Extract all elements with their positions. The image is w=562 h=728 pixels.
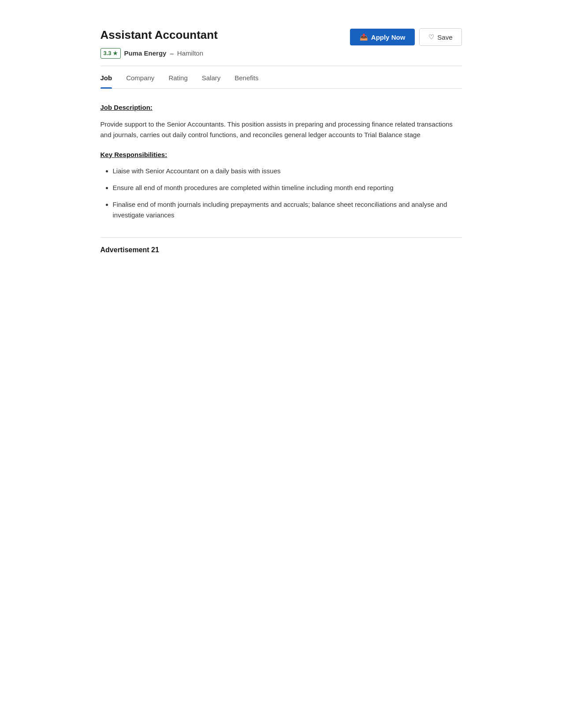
save-label: Save (437, 34, 452, 41)
responsibilities-list: Liaise with Senior Accountant on a daily… (100, 166, 462, 220)
company-line: 3.3 ★ Puma Energy – Hamilton (100, 48, 350, 59)
rating-value: 3.3 (104, 49, 112, 58)
tab-rating[interactable]: Rating (168, 73, 187, 89)
job-description-heading: Job Description: (100, 103, 462, 113)
apply-now-button[interactable]: 📤 Apply Now (350, 29, 415, 45)
header-section: Assistant Accountant 3.3 ★ Puma Energy –… (100, 26, 462, 59)
job-description-text: Provide support to the Senior Accountant… (100, 119, 462, 140)
advertisement-label: Advertisement 21 (100, 246, 159, 254)
list-item: Finalise end of month journals including… (113, 199, 462, 220)
job-title: Assistant Accountant (100, 26, 350, 44)
star-icon: ★ (113, 49, 118, 57)
save-button[interactable]: ♡ Save (419, 28, 462, 46)
tabs-section: Job Company Rating Salary Benefits (100, 66, 462, 89)
apply-label: Apply Now (371, 34, 406, 41)
tab-salary[interactable]: Salary (202, 73, 221, 89)
page-wrapper: Assistant Accountant 3.3 ★ Puma Energy –… (83, 0, 480, 273)
tab-job[interactable]: Job (100, 73, 112, 89)
key-responsibilities-heading: Key Responsibilities: (100, 150, 462, 160)
apply-icon: 📤 (360, 33, 368, 41)
location-separator: – (170, 49, 173, 59)
list-item: Liaise with Senior Accountant on a daily… (113, 166, 462, 176)
title-area: Assistant Accountant 3.3 ★ Puma Energy –… (100, 26, 350, 59)
heart-icon: ♡ (428, 33, 434, 41)
tab-company[interactable]: Company (126, 73, 154, 89)
content-section: Job Description: Provide support to the … (100, 99, 462, 234)
rating-badge: 3.3 ★ (100, 48, 121, 59)
action-buttons: 📤 Apply Now ♡ Save (350, 28, 462, 46)
advertisement-section: Advertisement 21 (100, 237, 462, 255)
tab-benefits[interactable]: Benefits (234, 73, 258, 89)
list-item: Ensure all end of month procedures are c… (113, 183, 462, 193)
company-location: Hamilton (177, 49, 203, 59)
company-name: Puma Energy (124, 49, 167, 59)
